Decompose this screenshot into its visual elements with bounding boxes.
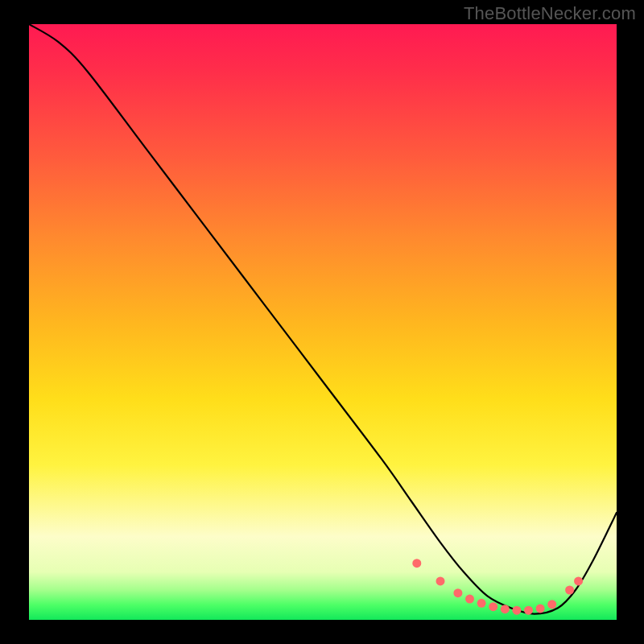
trough-marker xyxy=(501,605,510,613)
trough-markers xyxy=(412,559,583,614)
trough-marker xyxy=(453,588,462,597)
trough-marker xyxy=(512,606,521,615)
watermark-text: TheBottleNecker.com xyxy=(464,3,636,24)
trough-marker xyxy=(465,595,474,604)
trough-marker xyxy=(412,559,421,568)
main-curve xyxy=(29,24,617,614)
trough-marker xyxy=(547,600,556,609)
trough-marker xyxy=(524,606,533,615)
trough-marker xyxy=(477,599,486,608)
plot-area xyxy=(29,24,617,620)
trough-marker xyxy=(536,604,545,613)
chart-frame: TheBottleNecker.com xyxy=(0,0,644,644)
curve-layer xyxy=(29,24,617,620)
trough-marker xyxy=(489,602,497,611)
trough-marker xyxy=(565,586,574,595)
trough-marker xyxy=(574,576,583,585)
trough-marker xyxy=(436,576,445,585)
